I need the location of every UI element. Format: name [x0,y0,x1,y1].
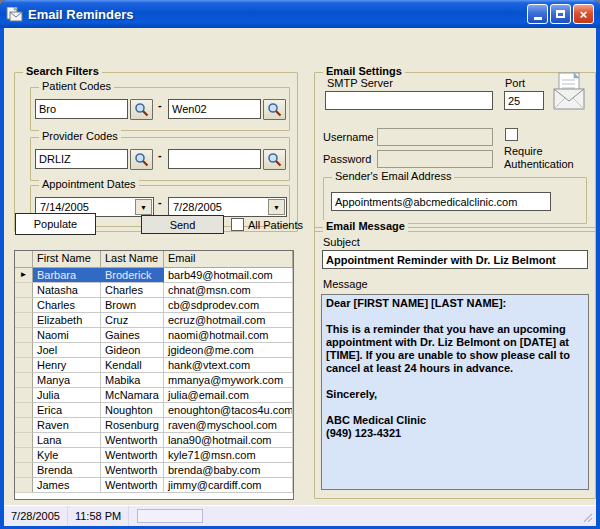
cell[interactable]: Kendall [101,358,164,373]
cell[interactable]: Gaines [101,328,164,343]
cell[interactable]: Manya [33,373,101,388]
cell[interactable]: brenda@baby.com [164,463,293,478]
table-row[interactable]: ElizabethCruzecruz@hotmail.com [15,313,293,328]
row-selector[interactable] [15,418,33,433]
row-selector[interactable] [15,403,33,418]
send-button[interactable]: Send [141,215,224,234]
cell[interactable]: Raven [33,418,101,433]
row-selector[interactable] [15,283,33,298]
subject-input[interactable] [322,250,588,269]
maximize-button[interactable] [550,4,571,24]
cell[interactable]: kyle71@msn.com [164,448,293,463]
provider-code-to-search-button[interactable] [263,149,286,170]
cell[interactable]: raven@myschool.com [164,418,293,433]
password-input[interactable] [377,150,493,168]
table-row[interactable]: HenryKendallhank@vtext.com [15,358,293,373]
row-selector[interactable] [15,478,33,493]
cell[interactable]: barb49@hotmail.com [164,268,293,283]
cell[interactable]: Natasha [33,283,101,298]
cell[interactable]: jgideon@me.com [164,343,293,358]
patient-code-to-input[interactable] [168,99,261,119]
patients-grid[interactable]: First Name Last Name Email ►BarbaraBrode… [14,250,294,500]
cell[interactable]: Rosenburg [101,418,164,433]
populate-button[interactable]: Populate [15,213,96,235]
cell[interactable]: Mabika [101,373,164,388]
cell[interactable]: Julia [33,388,101,403]
titlebar[interactable]: Email Reminders × [0,0,600,28]
column-header-last-name[interactable]: Last Name [101,251,164,268]
cell[interactable]: ecruz@hotmail.com [164,313,293,328]
cell[interactable]: naomi@hotmail.com [164,328,293,343]
table-row[interactable]: JamesWentworthjimmy@cardiff.com [15,478,293,493]
table-row[interactable]: KyleWentworthkyle71@msn.com [15,448,293,463]
patient-code-from-search-button[interactable] [130,99,153,120]
cell[interactable]: hank@vtext.com [164,358,293,373]
cell[interactable]: Broderick [101,268,164,283]
cell[interactable]: Henry [33,358,101,373]
require-authentication-checkbox[interactable] [505,128,518,141]
patient-code-from-input[interactable] [35,99,128,119]
table-row[interactable]: NatashaCharleschnat@msn.com [15,283,293,298]
cell[interactable]: Wentworth [101,448,164,463]
table-row[interactable]: JoelGideonjgideon@me.com [15,343,293,358]
row-selector[interactable] [15,388,33,403]
cell[interactable]: Joel [33,343,101,358]
all-patients-checkbox[interactable] [231,218,244,231]
cell[interactable]: Brown [101,298,164,313]
message-textarea[interactable]: Dear [FIRST NAME] [LAST NAME]: This is a… [321,294,589,490]
table-row[interactable]: ►BarbaraBroderickbarb49@hotmail.com [15,268,293,283]
cell[interactable]: Lana [33,433,101,448]
minimize-button[interactable] [527,4,548,24]
row-selector[interactable] [15,298,33,313]
row-selector[interactable] [15,313,33,328]
dropdown-arrow-icon[interactable]: ▼ [268,199,285,215]
row-selector[interactable] [15,373,33,388]
table-row[interactable]: LanaWentworthlana90@hotmail.com [15,433,293,448]
cell[interactable]: James [33,478,101,493]
cell[interactable]: cb@sdprodev.com [164,298,293,313]
cell[interactable]: julia@email.com [164,388,293,403]
cell[interactable]: Brenda [33,463,101,478]
cell[interactable]: Wentworth [101,433,164,448]
cell[interactable]: Cruz [101,313,164,328]
cell[interactable]: lana90@hotmail.com [164,433,293,448]
cell[interactable]: Charles [33,298,101,313]
table-row[interactable]: CharlesBrowncb@sdprodev.com [15,298,293,313]
row-selector[interactable] [15,463,33,478]
current-row-indicator[interactable]: ► [15,268,33,283]
row-selector[interactable] [15,358,33,373]
patient-code-to-search-button[interactable] [263,99,286,120]
cell[interactable]: McNamara [101,388,164,403]
table-row[interactable]: JuliaMcNamarajulia@email.com [15,388,293,403]
provider-code-from-search-button[interactable] [130,149,153,170]
provider-code-to-input[interactable] [168,149,261,169]
cell[interactable]: Kyle [33,448,101,463]
cell[interactable]: enoughton@tacos4u.com [164,403,293,418]
provider-code-from-input[interactable] [35,149,128,169]
row-selector[interactable] [15,328,33,343]
resize-grip-icon[interactable] [581,511,594,524]
cell[interactable]: jimmy@cardiff.com [164,478,293,493]
table-row[interactable]: NaomiGainesnaomi@hotmail.com [15,328,293,343]
table-row[interactable]: ManyaMabikammanya@mywork.com [15,373,293,388]
port-input[interactable] [504,91,544,110]
cell[interactable]: Erica [33,403,101,418]
cell[interactable]: Naomi [33,328,101,343]
cell[interactable]: chnat@msn.com [164,283,293,298]
smtp-server-input[interactable] [325,91,493,110]
row-selector[interactable] [15,343,33,358]
column-header-email[interactable]: Email [164,251,293,268]
close-button[interactable]: × [573,4,594,24]
cell[interactable]: Gideon [101,343,164,358]
cell[interactable]: Elizabeth [33,313,101,328]
dropdown-arrow-icon[interactable]: ▼ [135,199,152,215]
cell[interactable]: Barbara [33,268,101,283]
appointment-date-to-picker[interactable]: 7/28/2005 ▼ [168,197,287,217]
table-row[interactable]: BrendaWentworthbrenda@baby.com [15,463,293,478]
row-selector[interactable] [15,433,33,448]
cell[interactable]: mmanya@mywork.com [164,373,293,388]
column-header-first-name[interactable]: First Name [33,251,101,268]
username-input[interactable] [377,128,493,146]
cell[interactable]: Noughton [101,403,164,418]
cell[interactable]: Wentworth [101,463,164,478]
